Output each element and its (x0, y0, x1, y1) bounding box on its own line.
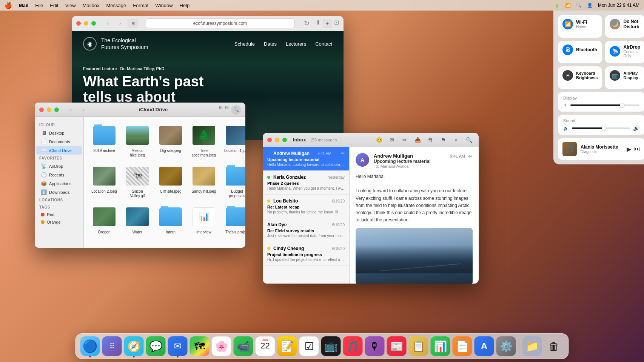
file-location2[interactable]: Location 2.jpeg (90, 164, 119, 200)
mail-delete-button[interactable]: 🗑 (425, 135, 436, 145)
dock-appletv[interactable]: 📺 (321, 336, 341, 356)
file-sandy[interactable]: Sandy hill.jpeg (190, 164, 218, 200)
menu-format[interactable]: Format (133, 3, 148, 8)
mail-reply-icon[interactable]: ↩ (468, 153, 473, 159)
finder-search-button[interactable]: 🔍 (231, 105, 241, 115)
mail-close-button[interactable] (267, 138, 272, 142)
file-cliff[interactable]: Cliff site.jpeg (156, 164, 185, 200)
sound-volume-slider[interactable] (572, 127, 630, 129)
menu-edit[interactable]: Edit (50, 3, 58, 8)
menu-mailbox[interactable]: Mailbox (83, 3, 100, 8)
apple-menu[interactable]: 🍎 (5, 2, 12, 9)
keyboard-brightness-tile[interactable]: ☀ KeyboardBrightness (558, 66, 602, 89)
dock-music[interactable]: 🎵 (343, 336, 363, 356)
finder-sort-toggle[interactable]: ⊟ (225, 105, 229, 115)
mail-more-button[interactable]: » (451, 135, 461, 145)
dock-mail[interactable]: ✉ (168, 336, 188, 356)
mail-emoji-button[interactable]: 😊 (374, 135, 384, 145)
share-button[interactable]: ⬆ (316, 19, 320, 28)
dock-safari[interactable]: 🧭 (124, 336, 144, 356)
airdrop-tile[interactable]: 📡 AirDrop Contacts Only (605, 41, 644, 63)
sidebar-item-recents[interactable]: 🕐 Recents (36, 170, 82, 179)
mail-item-lou[interactable]: Lou Belsito 6/19/20 Re: Latest recap No … (263, 195, 349, 218)
menu-file[interactable]: File (35, 3, 43, 8)
mail-compose-area-button[interactable]: ✉ (387, 135, 397, 145)
mail-item-karla[interactable]: Karla Gonzalez Yesterday Phase 2 queries… (263, 171, 349, 195)
maximize-button[interactable] (91, 21, 96, 26)
url-bar[interactable]: ecofuturessymposium.com (146, 18, 294, 28)
app-menu[interactable]: Mail (19, 3, 28, 8)
mail-maximize-button[interactable] (282, 138, 287, 142)
mail-archive-button[interactable]: 📥 (412, 135, 423, 145)
tag-red[interactable]: Red (36, 211, 82, 218)
dock-reminders[interactable]: ☑ (299, 336, 319, 356)
menu-window[interactable]: Window (155, 3, 173, 8)
menu-help[interactable]: Help (180, 3, 190, 8)
finder-forward-button[interactable]: › (79, 105, 88, 114)
dock-trash[interactable]: 🗑 (544, 336, 564, 356)
file-water[interactable]: Water (123, 204, 152, 236)
dock-podcasts[interactable]: 🎙 (365, 336, 385, 356)
airplay-tile[interactable]: 📺 AirPlayDisplay (605, 66, 644, 89)
np-play-button[interactable]: ▶ (627, 146, 631, 153)
close-button[interactable] (76, 21, 81, 26)
dock-pastebot[interactable]: 📋 (409, 336, 428, 356)
np-skip-button[interactable]: ⏭ (634, 146, 640, 152)
dock-launchpad[interactable]: ⠿ (102, 336, 122, 356)
finder-close-button[interactable] (39, 107, 44, 112)
sidebar-item-documents[interactable]: 📄 Documents (36, 137, 82, 146)
dock-finder-2[interactable]: 📁 (522, 336, 542, 356)
file-thesis[interactable]: Thesis project (223, 204, 245, 236)
sidebar-item-applications[interactable]: 📦 Applications (36, 179, 82, 188)
minimize-button[interactable] (84, 21, 88, 26)
sidebar-item-downloads[interactable]: ⬇️ Downloads (36, 188, 82, 196)
wifi-tile[interactable]: 📶 Wi-Fi Home (558, 15, 602, 38)
nav-schedule[interactable]: Schedule (234, 41, 255, 47)
forward-button[interactable]: › (116, 19, 125, 28)
nav-lecturers[interactable]: Lecturers (286, 41, 306, 47)
sidebar-item-airdrop[interactable]: 📡 AirDrop (36, 162, 82, 170)
dock-photos[interactable]: 🌸 (212, 336, 231, 356)
file-mexico-hike[interactable]: Mexico hike.jpeg (123, 123, 152, 159)
add-tab-button[interactable]: + (323, 19, 332, 28)
nav-dates[interactable]: Dates (264, 41, 277, 47)
file-tree[interactable]: 🌲 Tree specimen.jpeg (190, 123, 218, 159)
finder-view-toggle[interactable]: ⊞ (219, 105, 223, 115)
sidebar-item-desktop[interactable]: 🖥 Desktop (36, 129, 82, 137)
search-icon[interactable]: 🔍 (576, 3, 582, 8)
dock-pages[interactable]: 📄 (453, 336, 472, 356)
menu-view[interactable]: View (65, 3, 76, 8)
dock-sysprefs[interactable]: ⚙️ (496, 336, 516, 356)
dock-news[interactable]: 📰 (387, 336, 407, 356)
dock-messages[interactable]: 💬 (146, 336, 166, 356)
dock-maps[interactable]: 🗺 (190, 336, 210, 356)
finder-maximize-button[interactable] (54, 107, 59, 112)
dock-appstore[interactable]: A (475, 336, 494, 356)
file-oregon[interactable]: Oregon (90, 204, 119, 236)
sidebar-button[interactable]: ⊡ (334, 19, 339, 28)
sidebar-toggle[interactable]: ⊟ (128, 19, 138, 28)
file-dig-site[interactable]: Dig site.jpeg (156, 123, 185, 159)
dock-calendar[interactable]: JUN 22 (256, 336, 275, 356)
file-intern[interactable]: Intern (156, 204, 185, 236)
tag-orange[interactable]: Orange (36, 218, 82, 226)
mail-item-alan[interactable]: Alan Dye 6/19/20 Re: Field survey result… (263, 218, 349, 242)
file-interview[interactable]: 📊 Interview (190, 204, 218, 236)
mail-minimize-button[interactable] (275, 138, 279, 142)
mail-flag-button[interactable]: ⚑ (438, 135, 448, 145)
dock-finder[interactable]: 🔵 (80, 336, 100, 356)
finder-minimize-button[interactable] (47, 107, 51, 112)
sidebar-item-icloud[interactable]: ☁️ iCloud Drive (36, 146, 82, 155)
mail-search-button[interactable]: 🔍 (464, 135, 474, 145)
mail-item-cindy[interactable]: Cindy Cheung 6/18/20 Project timeline in… (263, 242, 349, 266)
file-silicon-valley[interactable]: 🐄 Silicon Valley.gif (123, 164, 152, 200)
finder-back-button[interactable]: ‹ (66, 105, 75, 114)
file-2019-archive[interactable]: 2019 archive (90, 123, 119, 159)
nav-contact[interactable]: Contact (315, 41, 332, 47)
file-budget[interactable]: Budget proposals (223, 164, 245, 200)
mail-item-andrew[interactable]: Andrew Mulligan 9:41 AM ✏ Upcoming lectu… (263, 147, 349, 171)
dock-numbers[interactable]: 📊 (431, 336, 450, 356)
display-brightness-slider[interactable] (570, 104, 639, 106)
mail-compose-button[interactable]: ✏ (399, 135, 410, 145)
dock-facetime[interactable]: 📹 (234, 336, 253, 356)
